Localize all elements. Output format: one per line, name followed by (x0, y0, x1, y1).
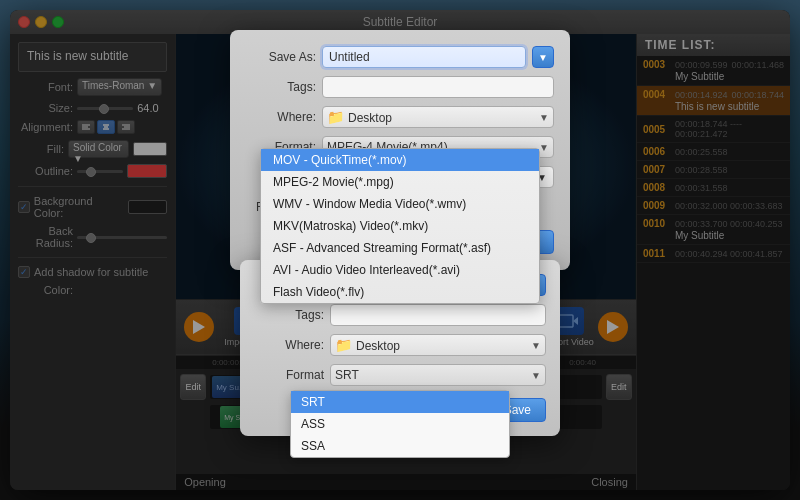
save-as-arrow-button[interactable]: ▼ (532, 46, 554, 68)
tags-input-2[interactable] (330, 304, 546, 326)
format-option-avi[interactable]: AVI - Audio Video Interleaved(*.avi) (261, 259, 539, 281)
format-label-2: Format (254, 368, 324, 382)
format-option-mov[interactable]: MOV - QuickTime(*.mov) (261, 149, 539, 171)
tags-label: Tags: (246, 80, 316, 94)
format-option-mkv[interactable]: MKV(Matroska) Video(*.mkv) (261, 215, 539, 237)
format-option-ass[interactable]: ASS (291, 413, 509, 435)
format-dropdown-main: MOV - QuickTime(*.mov) MPEG-2 Movie(*.mp… (260, 148, 540, 304)
format-row-2: Format SRT ▼ (254, 364, 546, 386)
where-label-2: Where: (254, 338, 324, 352)
where-row-2: Where: 📁Desktop ▼ (254, 334, 546, 356)
where-label: Where: (246, 110, 316, 124)
tags-label-2: Tags: (254, 308, 324, 322)
where-row: Where: 📁Desktop ▼ (246, 106, 554, 128)
format-dropdown-subtitle: SRT ASS SSA (290, 390, 510, 458)
dialog-overlay: Save As: ▼ Tags: Where: 📁Desktop ▼ Forma… (0, 0, 800, 500)
save-as-row: Save As: ▼ (246, 46, 554, 68)
save-as-label: Save As: (246, 50, 316, 64)
format-option-mpeg2[interactable]: MPEG-2 Movie(*.mpg) (261, 171, 539, 193)
tags-row-2: Tags: (254, 304, 546, 326)
format-option-ssa[interactable]: SSA (291, 435, 509, 457)
format-option-srt[interactable]: SRT (291, 391, 509, 413)
format-option-wmv[interactable]: WMV - Window Media Video(*.wmv) (261, 193, 539, 215)
where-select[interactable]: 📁Desktop ▼ (322, 106, 554, 128)
where-select-2[interactable]: 📁Desktop ▼ (330, 334, 546, 356)
save-as-input[interactable] (322, 46, 526, 68)
format-option-asf[interactable]: ASF - Advanced Streaming Format(*.asf) (261, 237, 539, 259)
tags-row: Tags: (246, 76, 554, 98)
tags-input[interactable] (322, 76, 554, 98)
format-option-flv[interactable]: Flash Video(*.flv) (261, 281, 539, 303)
format-select-2[interactable]: SRT ▼ (330, 364, 546, 386)
